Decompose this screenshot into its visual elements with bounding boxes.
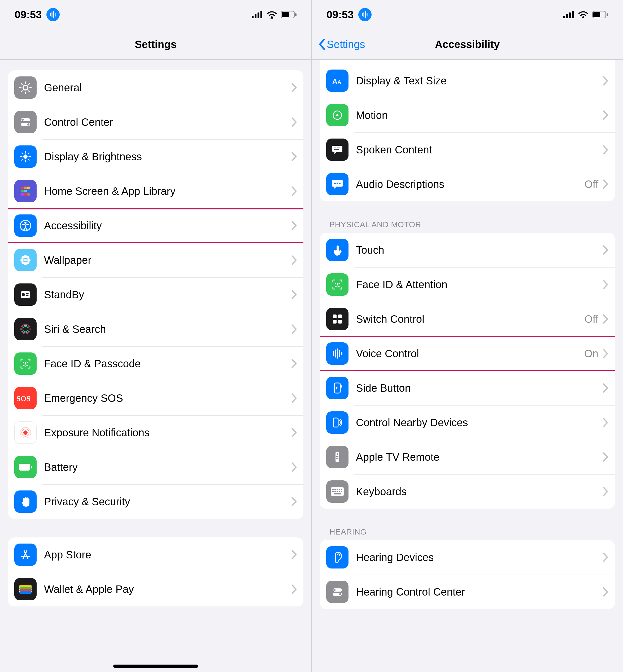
voice-control-indicator-icon (47, 8, 60, 21)
row-exposure[interactable]: Exposure Notifications (8, 415, 303, 450)
row-label: Control Nearby Devices (356, 417, 602, 429)
row-label: Exposure Notifications (44, 427, 291, 439)
row-touch[interactable]: Touch (320, 233, 615, 267)
svg-rect-4 (252, 16, 254, 18)
row-standby[interactable]: StandBy (8, 277, 303, 312)
svg-rect-127 (334, 491, 336, 492)
row-motion[interactable]: Motion (320, 98, 615, 133)
row-privacy-security[interactable]: Privacy & Security (8, 484, 303, 519)
row-apple-tv-remote[interactable]: Apple TV Remote (320, 440, 615, 474)
svg-point-52 (22, 261, 24, 264)
svg-point-24 (27, 123, 29, 125)
svg-rect-34 (21, 187, 24, 189)
svg-point-48 (21, 258, 24, 262)
svg-rect-11 (295, 13, 297, 16)
section-header: PHYSICAL AND MOTOR (320, 220, 615, 233)
cellular-icon (252, 11, 263, 18)
row-general[interactable]: General (8, 70, 303, 105)
svg-point-53 (27, 261, 29, 264)
hearing-cc-icon (326, 581, 349, 603)
row-control-nearby[interactable]: Control Nearby Devices (320, 405, 615, 440)
svg-rect-37 (21, 190, 24, 192)
chevron-right-icon (602, 587, 609, 597)
svg-rect-40 (21, 193, 24, 196)
svg-rect-56 (26, 293, 29, 294)
touch-icon (326, 239, 349, 261)
ear-icon (326, 546, 349, 568)
settings-group: GeneralControl CenterDisplay & Brightnes… (8, 70, 303, 519)
row-side-button[interactable]: Side Button (320, 371, 615, 405)
row-spoken-content[interactable]: Spoken Content (320, 133, 615, 167)
svg-point-12 (23, 85, 28, 90)
back-button[interactable]: Settings (318, 38, 365, 50)
svg-rect-39 (27, 190, 30, 192)
row-wallpaper[interactable]: Wallpaper (8, 243, 303, 277)
row-battery[interactable]: Battery (8, 450, 303, 484)
row-voice-control[interactable]: Voice ControlOn (320, 336, 615, 371)
row-control-center[interactable]: Control Center (8, 105, 303, 139)
svg-rect-89 (593, 12, 600, 17)
row-switch-control[interactable]: Switch ControlOff (320, 302, 615, 336)
row-app-store[interactable]: App Store (8, 537, 303, 572)
svg-rect-119 (336, 458, 338, 458)
svg-rect-76 (19, 587, 32, 589)
row-faceid-attention[interactable]: Face ID & Attention (320, 267, 615, 302)
svg-rect-95 (334, 147, 336, 148)
faceid-icon (326, 273, 349, 296)
nav-bar: Settings (0, 29, 312, 60)
chevron-right-icon (291, 289, 297, 300)
row-label: Switch Control (356, 313, 584, 325)
row-display-brightness[interactable]: Display & Brightness (8, 139, 303, 174)
speech-bubble-icon (326, 139, 349, 161)
status-bar: 09:53 (0, 0, 312, 29)
status-time: 09:53 (326, 9, 354, 21)
row-siri-search[interactable]: Siri & Search (8, 312, 303, 346)
svg-rect-35 (24, 187, 27, 189)
row-label: StandBy (44, 289, 291, 301)
svg-point-63 (27, 362, 28, 363)
remote-icon (326, 446, 349, 468)
voice-control-icon (326, 342, 349, 365)
gear-icon (14, 77, 37, 99)
row-audio-descriptions[interactable]: Audio DescriptionsOff (320, 167, 615, 201)
svg-point-98 (334, 183, 336, 184)
svg-point-8 (271, 17, 273, 18)
chevron-right-icon (602, 452, 609, 462)
appstore-icon (14, 543, 37, 566)
nearby-icon (326, 411, 349, 434)
chevron-right-icon (602, 76, 609, 86)
row-faceid-passcode[interactable]: Face ID & Passcode (8, 346, 303, 381)
wifi-icon (267, 10, 277, 19)
svg-rect-90 (606, 13, 608, 16)
row-home-screen[interactable]: Home Screen & App Library (8, 174, 303, 208)
row-display-text-size[interactable]: AADisplay & Text Size (320, 63, 615, 98)
svg-rect-104 (333, 314, 336, 318)
svg-rect-42 (27, 193, 30, 196)
svg-rect-106 (333, 320, 336, 324)
svg-point-94 (336, 114, 338, 116)
row-hearing-control-center[interactable]: Hearing Control Center (320, 575, 615, 609)
switches-icon (14, 111, 37, 133)
row-detail: On (584, 348, 598, 360)
row-hearing-devices[interactable]: Hearing Devices (320, 540, 615, 575)
svg-line-18 (28, 90, 30, 92)
row-label: Motion (356, 109, 602, 121)
text-size-icon: AA (326, 69, 349, 92)
row-label: Accessibility (44, 220, 291, 232)
row-wallet[interactable]: Wallet & Apple Pay (8, 572, 303, 607)
row-keyboards[interactable]: Keyboards (320, 474, 615, 509)
chevron-right-icon (602, 552, 609, 562)
row-accessibility[interactable]: Accessibility (8, 208, 303, 243)
svg-line-33 (22, 159, 23, 160)
svg-rect-118 (336, 456, 338, 457)
row-label: General (44, 82, 291, 94)
row-label: Emergency SOS (44, 392, 291, 404)
svg-rect-123 (336, 489, 338, 490)
row-label: Hearing Devices (356, 552, 602, 563)
row-emergency-sos[interactable]: SOSEmergency SOS (8, 381, 303, 415)
svg-point-46 (24, 255, 27, 258)
svg-text:A: A (337, 79, 341, 85)
motion-icon (326, 104, 349, 126)
svg-rect-129 (339, 491, 340, 492)
chevron-right-icon (291, 83, 297, 93)
